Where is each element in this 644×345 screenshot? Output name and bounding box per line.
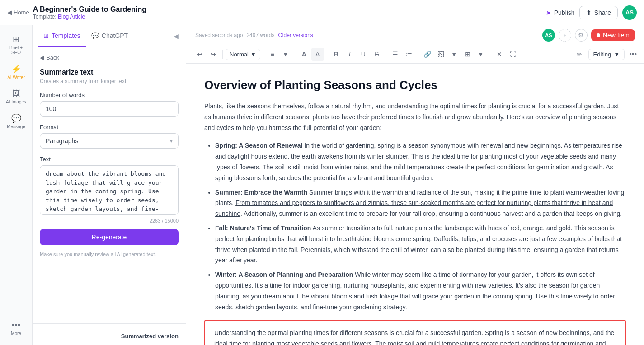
words-label: Number of words — [40, 92, 179, 98]
editing-select[interactable]: Editing ▼ — [588, 49, 625, 60]
publish-icon: ➤ — [546, 9, 551, 16]
words-input[interactable] — [40, 101, 179, 117]
tab-templates[interactable]: ⊞ Templates — [38, 25, 86, 47]
clear-format-button[interactable]: ✕ — [493, 48, 506, 61]
template-panel: ⊞ Templates 💬 ChatGPT ◀ ◀ Back Summarize… — [33, 25, 186, 345]
toolbar-divider-5 — [386, 50, 386, 59]
strikethrough-button[interactable]: S — [371, 48, 383, 61]
fullscreen-button[interactable]: ⛶ — [507, 48, 519, 61]
summer-link[interactable]: From tomatoes and peppers to sunflowers … — [215, 199, 613, 217]
back-label: Back — [46, 54, 59, 61]
underline-button[interactable]: U — [357, 48, 370, 61]
fall-title: Fall: Nature's Time of Transition — [215, 224, 311, 232]
ai-writer-label: AI Writer — [7, 75, 25, 80]
editor-avatar[interactable]: AS — [542, 29, 555, 42]
publish-button[interactable]: ➤ Publish — [546, 9, 575, 16]
share-label: Share — [594, 9, 611, 16]
text-textarea[interactable]: dream about the vibrant blooms and lush … — [40, 165, 179, 215]
editing-label: Editing — [593, 51, 611, 58]
bold-button[interactable]: B — [330, 48, 343, 61]
editor-topbar-left: Saved seconds ago 2497 words Older versi… — [195, 32, 313, 38]
sidebar-item-more[interactable]: ••• More — [9, 317, 23, 340]
panel-content: ◀ Back Summarize text Creates a summary … — [33, 47, 186, 323]
sidebar-item-brief-seo[interactable]: ⊞ Brief + SEO — [3, 31, 30, 59]
new-item-button[interactable]: New Item — [591, 29, 635, 41]
redo-button[interactable]: ↪ — [207, 48, 220, 61]
align-chevron-button[interactable]: ▼ — [279, 48, 292, 61]
seasons-list: Spring: A Season of Renewal In the world… — [204, 140, 626, 312]
numbered-list-button[interactable]: ≔ — [403, 48, 415, 61]
panel-collapse-button[interactable]: ◀ — [172, 31, 180, 42]
add-collaborator-button[interactable]: + — [559, 29, 571, 42]
style-select[interactable]: Normal ▼ — [226, 49, 260, 60]
text-textarea-wrapper: dream about the vibrant blooms and lush … — [40, 165, 179, 216]
ai-images-label: AI Images — [6, 99, 26, 104]
fall-item: Fall: Nature's Time of Transition As sum… — [215, 223, 626, 266]
template-label: Template: — [33, 14, 56, 20]
editor-topbar: Saved seconds ago 2497 words Older versi… — [186, 25, 644, 45]
summarized-label: Summarized version — [40, 329, 179, 340]
ai-writer-icon: ⚡ — [11, 64, 21, 74]
home-link[interactable]: ◀ Home — [7, 9, 29, 16]
editor-body: Overview of Planting Seasons and Cycles … — [204, 78, 626, 345]
undo-button[interactable]: ↩ — [193, 48, 206, 61]
main-layout: ⊞ Brief + SEO ⚡ AI Writer 🖼 AI Images 💬 … — [0, 25, 644, 345]
home-label[interactable]: Home — [14, 9, 29, 16]
table-chevron-button[interactable]: ▼ — [475, 48, 487, 61]
tab-chatgpt[interactable]: 💬 ChatGPT — [86, 25, 133, 47]
editor-content[interactable]: Overview of Planting Seasons and Cycles … — [186, 64, 644, 345]
intro-underline-1: Just — [607, 103, 619, 110]
template-link[interactable]: Blog Article — [58, 14, 85, 20]
align-left-button[interactable]: ≡ — [266, 48, 279, 61]
summer-item: Summer: Embrace the Warmth Summer brings… — [215, 187, 626, 219]
back-button[interactable]: ◀ Back — [40, 54, 179, 61]
more-icon: ••• — [12, 321, 20, 330]
link-button[interactable]: 🔗 — [421, 48, 434, 61]
section-desc: Creates a summary from longer text — [40, 78, 179, 84]
text-label: Text — [40, 156, 179, 163]
header-subtitle: Template: Blog Article — [33, 14, 146, 20]
alignment-group: ≡ ▼ — [266, 48, 292, 61]
toolbar-divider-4 — [327, 50, 327, 59]
table-button[interactable]: ⊞ — [461, 48, 474, 61]
home-arrow-icon: ◀ — [7, 9, 12, 16]
sidebar-item-message[interactable]: 💬 Message — [3, 110, 30, 133]
ai-images-icon: 🖼 — [12, 89, 20, 98]
top-header: ◀ Home A Beginner's Guide to Gardening T… — [0, 0, 644, 25]
share-button[interactable]: ⬆ Share — [579, 6, 618, 19]
insert-image-button[interactable]: 🖼 — [435, 48, 447, 61]
toolbar-more-button[interactable]: ••• — [629, 50, 637, 58]
regenerate-button[interactable]: Re-generate — [40, 229, 179, 245]
italic-button[interactable]: I — [343, 48, 356, 61]
section-title: Summarize text — [40, 68, 179, 76]
editor-topbar-right: AS + ⚙ New Item — [542, 29, 635, 42]
sidebar-item-ai-writer[interactable]: ⚡ AI Writer — [3, 61, 30, 84]
more-label: More — [11, 331, 21, 336]
article-heading: Overview of Planting Seasons and Cycles — [204, 78, 626, 92]
toolbar-divider-3 — [295, 50, 295, 59]
editor-area: Saved seconds ago 2497 words Older versi… — [186, 25, 644, 345]
highlight-button[interactable]: A — [311, 48, 324, 61]
winter-item: Winter: A Season of Planning and Prepara… — [215, 270, 626, 312]
underline-color-button[interactable]: A — [298, 48, 310, 61]
settings-icon-button[interactable]: ⚙ — [575, 29, 588, 42]
older-versions-link[interactable]: Older versions — [278, 32, 313, 38]
insert-chevron-button[interactable]: ▼ — [448, 48, 461, 61]
summer-title: Summer: Embrace the Warmth — [215, 189, 307, 196]
sidebar-item-ai-images[interactable]: 🖼 AI Images — [3, 85, 30, 108]
templates-tab-label: Templates — [52, 32, 80, 39]
style-chevron-icon: ▼ — [250, 51, 256, 58]
toolbar-divider-1 — [222, 50, 223, 59]
format-label: Format — [40, 124, 179, 131]
summary-box: Understanding the optimal planting times… — [204, 320, 626, 345]
chatgpt-tab-icon: 💬 — [91, 32, 99, 39]
footer-note: Make sure you manually review all AI gen… — [40, 251, 179, 258]
saved-text: Saved seconds ago — [195, 32, 243, 38]
user-avatar[interactable]: AS — [622, 5, 637, 20]
pencil-icon-button[interactable]: ✏ — [573, 48, 586, 61]
bullet-list-button[interactable]: ☰ — [389, 48, 402, 61]
text-count: 2263 / 15000 — [40, 218, 179, 224]
spring-item: Spring: A Season of Renewal In the world… — [215, 140, 626, 183]
format-select[interactable]: Paragraphs Bullet Points Numbered List — [40, 133, 179, 149]
toolbar-divider-7 — [490, 50, 490, 59]
